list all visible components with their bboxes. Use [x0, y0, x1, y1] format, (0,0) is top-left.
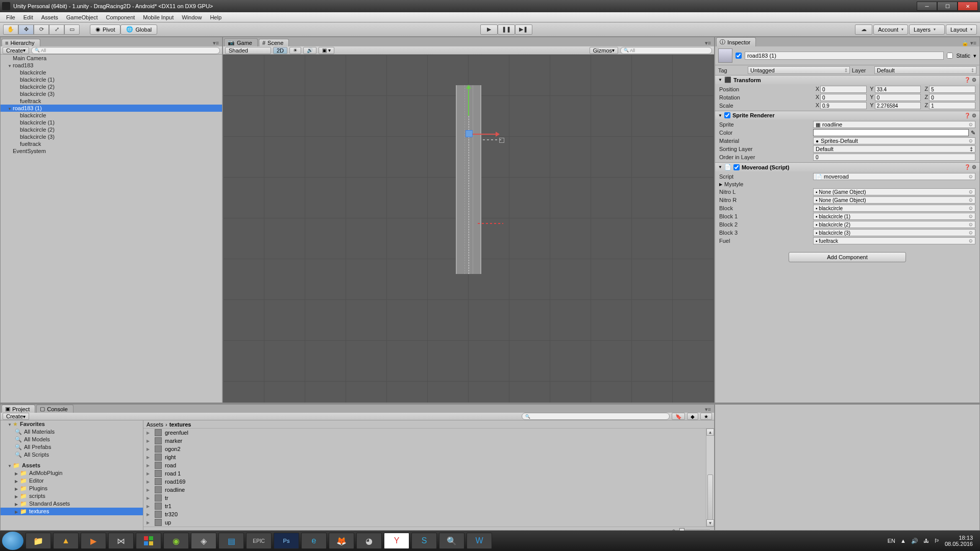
2d-toggle[interactable]: 2D: [273, 47, 287, 54]
script-prop-field[interactable]: ▪ blackcircle: [813, 205, 975, 212]
script-prop-field[interactable]: ▪ None (Game Object): [813, 188, 975, 195]
position-y[interactable]: [875, 86, 921, 93]
menu-assets[interactable]: Assets: [37, 13, 62, 21]
skype-taskbar-icon[interactable]: S: [411, 533, 437, 549]
favorite-item[interactable]: 🔍All Scripts: [1, 451, 143, 459]
inspector-tab[interactable]: ⓘ Inspector: [716, 37, 756, 46]
search-filter-2[interactable]: ◆: [687, 413, 698, 420]
hierarchy-item[interactable]: fueltrack: [1, 97, 222, 105]
unity-taskbar-icon[interactable]: ◈: [191, 533, 216, 549]
position-x[interactable]: [820, 86, 867, 93]
minimize-button[interactable]: ─: [917, 2, 937, 11]
static-checkbox[interactable]: [947, 53, 953, 59]
scroll-down-icon[interactable]: ▼: [706, 519, 714, 527]
asset-folder[interactable]: ▶📁textures: [1, 508, 143, 515]
hierarchy-create-button[interactable]: Create ▾: [3, 47, 29, 54]
menu-help[interactable]: Help: [206, 13, 226, 21]
project-breadcrumb[interactable]: Assets › textures: [143, 420, 714, 429]
gameobject-active-checkbox[interactable]: [736, 53, 742, 59]
hierarchy-item[interactable]: blackcircle (2): [1, 83, 222, 90]
sorting-layer-dropdown[interactable]: Default‡: [813, 145, 975, 153]
hierarchy-item[interactable]: ▼road183: [1, 62, 222, 69]
move-gizmo-y-axis[interactable]: [468, 85, 469, 116]
photoshop-taskbar-icon[interactable]: Ps: [274, 533, 299, 549]
material-field[interactable]: ● Sprites-Default: [813, 137, 975, 144]
favorite-item[interactable]: 🔍All Models: [1, 436, 143, 443]
rotation-x[interactable]: [820, 94, 867, 101]
move-gizmo-x-axis[interactable]: [469, 134, 499, 135]
mystyle-label[interactable]: Mystyle: [724, 181, 812, 187]
scale-y[interactable]: [875, 102, 921, 109]
layout-dropdown[interactable]: Layout: [946, 24, 977, 35]
script-prop-field[interactable]: ▪ blackcircle (3): [813, 229, 975, 236]
app4-taskbar-icon[interactable]: 🔍: [439, 533, 464, 549]
asset-folder[interactable]: ▶📁Plugins: [1, 485, 143, 492]
vs-taskbar-icon[interactable]: ▤: [218, 533, 244, 549]
hierarchy-item[interactable]: blackcircle (1): [1, 76, 222, 83]
project-asset-item[interactable]: ▶road: [143, 461, 706, 469]
rotation-z[interactable]: [929, 94, 975, 101]
android-studio-icon[interactable]: ◉: [163, 533, 189, 549]
hierarchy-item[interactable]: blackcircle (1): [1, 119, 222, 126]
layer-dropdown[interactable]: Default: [874, 66, 976, 74]
gear-icon[interactable]: ❓ ⚙: [964, 164, 976, 170]
order-input[interactable]: [813, 154, 975, 161]
script-prop-field[interactable]: ▪ blackcircle (2): [813, 221, 975, 228]
favorite-item[interactable]: 🔍All Materials: [1, 428, 143, 436]
project-asset-item[interactable]: ▶right: [143, 453, 706, 461]
project-asset-item[interactable]: ▶roadline: [143, 486, 706, 494]
hierarchy-item[interactable]: blackcircle: [1, 69, 222, 76]
asset-folder[interactable]: ▶📁scripts: [1, 492, 143, 500]
system-clock[interactable]: 18:1308.05.2016: [945, 535, 973, 547]
panel-menu-icon[interactable]: 🔒 ▾≡: [960, 40, 978, 46]
network-icon[interactable]: 🖧: [923, 538, 929, 544]
hierarchy-item[interactable]: ▼road183 (1): [1, 105, 222, 112]
pivot-toggle[interactable]: ◉ Pivot: [90, 24, 120, 35]
asset-folder[interactable]: ▶📁Standard Assets: [1, 500, 143, 508]
menu-mobile-input[interactable]: Mobile Input: [139, 13, 178, 21]
project-create-button[interactable]: Create ▾: [3, 413, 29, 420]
project-asset-item[interactable]: ▶greenfuel: [143, 429, 706, 437]
panel-menu-icon[interactable]: ▾≡: [211, 40, 221, 46]
console-tab[interactable]: ▢ Console: [36, 405, 73, 413]
yandex-taskbar-icon[interactable]: Y: [384, 533, 409, 549]
gear-icon[interactable]: ❓ ⚙: [964, 113, 976, 118]
project-asset-item[interactable]: ▶road169: [143, 478, 706, 486]
explorer-taskbar-icon[interactable]: 📁: [26, 533, 51, 549]
script-prop-field[interactable]: ▪ blackcircle (1): [813, 213, 975, 220]
maximize-button[interactable]: ☐: [937, 2, 958, 11]
menu-edit[interactable]: Edit: [19, 13, 37, 21]
start-button[interactable]: [2, 532, 23, 550]
sprite-renderer-header[interactable]: ▼ Sprite Renderer❓ ⚙: [715, 111, 979, 119]
project-tab[interactable]: ▣ Project: [2, 405, 35, 413]
rotation-y[interactable]: [875, 94, 921, 101]
chrome-taskbar-icon[interactable]: ◕: [356, 533, 382, 549]
gear-icon[interactable]: ❓ ⚙: [964, 77, 976, 83]
volume-icon[interactable]: 🔊: [911, 538, 918, 544]
hierarchy-item[interactable]: fueltrack: [1, 140, 222, 147]
word-taskbar-icon[interactable]: W: [467, 533, 492, 549]
project-asset-item[interactable]: ▶tr: [143, 494, 706, 502]
position-z[interactable]: [929, 86, 975, 93]
eyedropper-icon[interactable]: ✎: [971, 130, 975, 136]
scroll-up-icon[interactable]: ▲: [706, 429, 714, 436]
tray-arrow-icon[interactable]: ▲: [900, 538, 906, 544]
epic-taskbar-icon[interactable]: EPIC: [246, 533, 272, 549]
moveroad-script-header[interactable]: ▼📄 Moveroad (Script)❓ ⚙: [715, 163, 979, 171]
project-asset-item[interactable]: ▶road 1: [143, 469, 706, 478]
project-scrollbar[interactable]: ▲ ▼: [706, 429, 714, 527]
ie-taskbar-icon[interactable]: e: [301, 533, 327, 549]
hierarchy-tab[interactable]: ≡ Hierarchy: [2, 39, 40, 46]
app2-taskbar-icon[interactable]: ⋈: [108, 533, 134, 549]
rect-tool[interactable]: ▭: [64, 24, 80, 35]
project-folder-tree[interactable]: ▼★Favorites🔍All Materials🔍All Models🔍All…: [1, 420, 143, 534]
scale-x[interactable]: [820, 102, 867, 109]
fx-toggle[interactable]: ▣ ▾: [318, 47, 334, 54]
close-button[interactable]: ✕: [958, 2, 978, 11]
hierarchy-item[interactable]: EventSystem: [1, 147, 222, 155]
menu-gameobject[interactable]: GameObject: [62, 13, 102, 21]
lighting-toggle[interactable]: ☀: [289, 47, 301, 54]
move-gizmo-center[interactable]: [465, 130, 473, 137]
move-tool[interactable]: ✥: [18, 24, 34, 35]
script-prop-field[interactable]: ▪ None (Game Object): [813, 196, 975, 204]
